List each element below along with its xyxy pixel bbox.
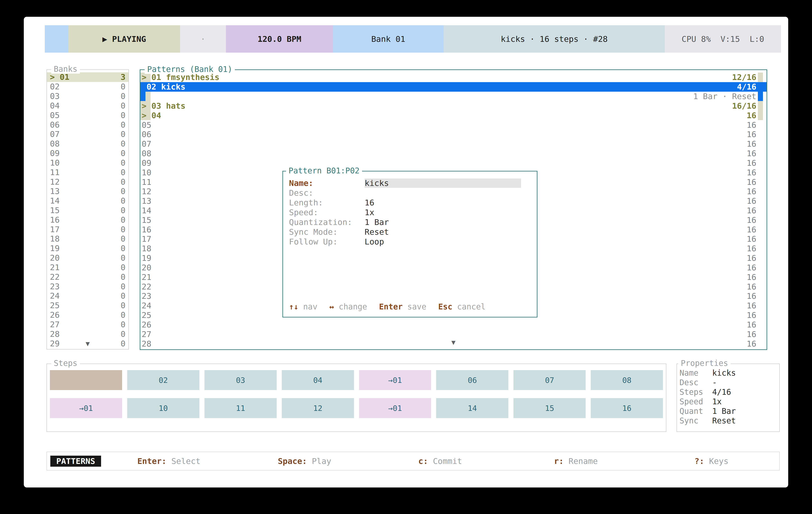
field-value-input[interactable]: Loop <box>365 237 521 246</box>
bank-row[interactable]: 15 0 <box>47 206 128 215</box>
bank-row[interactable]: 21 0 <box>47 263 128 272</box>
dialog-field-row[interactable]: Quantization: 1 Bar <box>283 217 537 227</box>
step-cell[interactable]: 16 <box>591 398 663 418</box>
step-cell[interactable]: 07 <box>514 370 586 390</box>
step-cell[interactable]: →01 <box>50 398 122 418</box>
bank-row[interactable]: 08 0 <box>47 139 128 149</box>
step-cell[interactable]: 02 <box>127 370 199 390</box>
property-row: Desc - <box>679 378 778 387</box>
status-key-hint: Enter: Select <box>101 456 237 466</box>
bank-row[interactable]: 06 0 <box>47 120 128 129</box>
field-value-input[interactable]: 1 Bar <box>365 217 521 227</box>
bank-row[interactable]: 16 0 <box>47 215 128 224</box>
key-hint-space <box>704 456 709 466</box>
step-cell[interactable]: 14 <box>436 398 509 418</box>
dialog-field-row[interactable]: Desc: <box>283 188 537 198</box>
bank-row[interactable]: 14 0 <box>47 196 128 206</box>
dialog-field-row[interactable]: Sync Mode: Reset <box>283 227 537 237</box>
bank-number: 01 <box>60 72 69 82</box>
pattern-row[interactable]: 06 16 <box>140 130 766 139</box>
bank-row[interactable]: 07 0 <box>47 129 128 139</box>
bank-number: 16 <box>50 215 60 224</box>
bank-row[interactable]: 10 0 <box>47 158 128 168</box>
bank-pattern-count: 0 <box>121 91 125 101</box>
bank-row[interactable]: > 01 3 <box>47 72 128 82</box>
bank-row[interactable]: 24 0 <box>47 291 128 301</box>
pattern-row[interactable]: 09 16 <box>140 158 766 168</box>
pattern-step-count: 12/16 <box>732 72 766 82</box>
bank-row[interactable]: 18 0 <box>47 234 128 244</box>
pattern-number: 16 <box>142 225 151 234</box>
step-cell[interactable]: →01 <box>359 398 431 418</box>
pattern-row[interactable]: > 01 fmsynthesis 12/16 <box>140 72 766 82</box>
pattern-row[interactable]: 26 16 <box>140 320 766 330</box>
pattern-row[interactable]: > 03 hats 16/16 <box>140 101 766 111</box>
bank-pattern-count: 0 <box>121 177 125 186</box>
key-glyph: Enter: <box>137 456 167 466</box>
bank-pattern-count: 0 <box>121 101 125 110</box>
bank-row[interactable]: 04 0 <box>47 101 128 110</box>
pattern-number: 15 <box>142 215 151 225</box>
bank-row[interactable]: 23 0 <box>47 282 128 291</box>
bank-row[interactable]: 03 0 <box>47 91 128 101</box>
step-cell[interactable]: 08 <box>591 370 663 390</box>
bank-row[interactable]: 22 0 <box>47 272 128 282</box>
dialog-field-row[interactable]: Name: kicks <box>283 178 537 188</box>
pattern-number: 06 <box>142 130 151 139</box>
step-cell-label: 12 <box>313 404 322 413</box>
step-cell[interactable]: →01 <box>359 370 431 390</box>
bank-row[interactable]: 12 0 <box>47 177 128 186</box>
dialog-field-row[interactable]: Length: 16 <box>283 198 537 208</box>
key-hint-label: Commit <box>433 456 462 466</box>
bank-number: 02 <box>50 82 60 91</box>
bank-row[interactable]: 13 0 <box>47 186 128 196</box>
step-cell[interactable]: 06 <box>436 370 509 390</box>
dialog-field-row[interactable]: Follow Up: Loop <box>283 237 537 247</box>
bank-pattern-count: 0 <box>121 301 125 310</box>
bank-row[interactable]: 26 0 <box>47 310 128 320</box>
bank-row[interactable]: 28 0 <box>47 329 128 339</box>
property-row: Speed 1x <box>679 397 778 406</box>
field-value-input[interactable]: kicks <box>365 179 521 188</box>
key-hint-label: nav <box>303 302 317 311</box>
bank-number: 26 <box>50 310 60 320</box>
step-cell[interactable] <box>50 370 122 390</box>
bpm-display: 120.0 BPM <box>226 25 333 53</box>
bank-row[interactable]: 25 0 <box>47 301 128 310</box>
pattern-row[interactable]: 27 16 <box>140 329 766 339</box>
step-cell[interactable]: 11 <box>204 398 277 418</box>
step-cell[interactable]: 03 <box>204 370 277 390</box>
pattern-number: 05 <box>142 120 151 130</box>
bank-row[interactable]: 19 0 <box>47 244 128 253</box>
pattern-row[interactable]: 07 16 <box>140 139 766 149</box>
pattern-number: 08 <box>142 149 151 158</box>
field-value-input[interactable]: 1x <box>365 208 521 217</box>
pattern-row[interactable]: 05 16 <box>140 120 766 130</box>
bank-row[interactable]: 09 0 <box>47 149 128 158</box>
bank-number: 05 <box>50 111 60 120</box>
field-value-input[interactable]: Reset <box>365 227 521 237</box>
property-row: Steps 4/16 <box>679 387 778 397</box>
pattern-cursor-marker: > <box>142 111 151 120</box>
step-cell[interactable]: 15 <box>514 398 586 418</box>
bank-row[interactable]: 02 0 <box>47 82 128 91</box>
pattern-row[interactable]: 08 16 <box>140 149 766 158</box>
bank-row[interactable]: 11 0 <box>47 168 128 177</box>
dialog-field-row[interactable]: Speed: 1x <box>283 208 537 217</box>
pattern-row[interactable]: > 04 16 <box>140 111 766 120</box>
bank-row[interactable]: 17 0 <box>47 224 128 234</box>
step-cell[interactable]: 12 <box>282 398 354 418</box>
pattern-number: 03 <box>151 101 161 111</box>
bank-row[interactable]: 20 0 <box>47 253 128 263</box>
pattern-step-count: 16 <box>747 301 766 310</box>
step-cell-label: 03 <box>236 376 245 385</box>
bank-row[interactable]: 29 ▼ 0 <box>47 339 128 348</box>
field-value-input[interactable]: 16 <box>365 198 521 207</box>
bank-row[interactable]: 27 0 <box>47 320 128 329</box>
step-cell[interactable]: 04 <box>282 370 354 390</box>
bank-row[interactable]: 05 0 <box>47 110 128 120</box>
pattern-row[interactable]: 02 kicks 4/16 <box>140 82 766 92</box>
key-hint-label: Rename <box>569 456 598 466</box>
pattern-row[interactable]: 1 Bar · Reset <box>140 92 766 101</box>
step-cell[interactable]: 10 <box>127 398 199 418</box>
